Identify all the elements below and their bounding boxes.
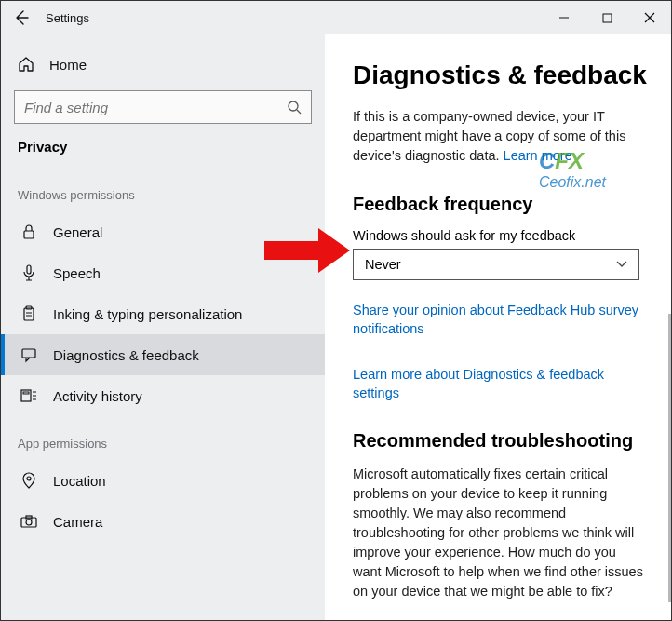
nav-label: Location bbox=[53, 473, 106, 489]
search-box[interactable] bbox=[14, 90, 312, 124]
nav-label: Diagnostics & feedback bbox=[53, 347, 199, 363]
minimize-icon bbox=[558, 12, 570, 23]
sidebar: Home Privacy Windows permissions General… bbox=[1, 34, 325, 620]
scrollbar[interactable] bbox=[668, 314, 671, 602]
microphone-icon bbox=[20, 263, 38, 282]
search-icon bbox=[287, 100, 302, 115]
dropdown-value: Never bbox=[365, 257, 401, 272]
svg-rect-6 bbox=[24, 308, 34, 320]
home-icon bbox=[18, 56, 34, 73]
location-icon bbox=[20, 471, 38, 490]
troubleshoot-heading: Recommended troubleshooting bbox=[353, 430, 647, 452]
nav-item-speech[interactable]: Speech bbox=[1, 252, 325, 293]
svg-point-2 bbox=[289, 101, 298, 111]
svg-rect-5 bbox=[27, 265, 31, 274]
nav-label: Inking & typing personalization bbox=[53, 306, 242, 322]
camera-icon bbox=[20, 512, 38, 531]
feedback-icon bbox=[20, 345, 38, 364]
minimize-button[interactable] bbox=[543, 1, 585, 34]
svg-rect-1 bbox=[603, 14, 612, 22]
feedback-frequency-heading: Feedback frequency bbox=[353, 194, 647, 215]
learn-more-settings-link[interactable]: Learn more about Diagnostics & feedback … bbox=[353, 365, 647, 403]
svg-line-3 bbox=[297, 110, 301, 114]
window-title: Settings bbox=[46, 11, 89, 25]
troubleshoot-text: Microsoft automatically fixes certain cr… bbox=[353, 465, 647, 601]
chevron-down-icon bbox=[616, 261, 627, 268]
maximize-button[interactable] bbox=[585, 1, 628, 34]
home-label: Home bbox=[49, 57, 87, 73]
feedback-label: Windows should ask for my feedback bbox=[353, 228, 647, 243]
home-nav[interactable]: Home bbox=[1, 44, 325, 85]
share-opinion-link[interactable]: Share your opinion about Feedback Hub su… bbox=[353, 301, 647, 339]
learn-more-link[interactable]: Learn more bbox=[504, 148, 572, 163]
arrow-left-icon bbox=[13, 9, 30, 26]
nav-item-diagnostics[interactable]: Diagnostics & feedback bbox=[1, 334, 325, 375]
search-input[interactable] bbox=[24, 100, 287, 115]
nav-item-inking[interactable]: Inking & typing personalization bbox=[1, 293, 325, 334]
svg-point-13 bbox=[27, 477, 31, 480]
svg-rect-10 bbox=[22, 349, 35, 358]
nav-label: Camera bbox=[53, 514, 102, 530]
svg-rect-4 bbox=[24, 231, 34, 238]
nav-item-general[interactable]: General bbox=[1, 211, 325, 252]
nav-item-camera[interactable]: Camera bbox=[1, 501, 325, 542]
nav-item-activity[interactable]: Activity history bbox=[1, 375, 325, 416]
page-title: Diagnostics & feedback bbox=[353, 61, 647, 90]
maximize-icon bbox=[602, 13, 612, 23]
back-button[interactable] bbox=[1, 1, 42, 34]
svg-rect-12 bbox=[23, 392, 29, 394]
activity-icon bbox=[20, 386, 38, 405]
main-container: Home Privacy Windows permissions General… bbox=[1, 34, 671, 620]
lock-icon bbox=[20, 223, 38, 241]
close-button[interactable] bbox=[628, 1, 671, 34]
nav-label: Speech bbox=[53, 265, 101, 281]
group-app-permissions: App permissions bbox=[1, 416, 325, 460]
window-controls bbox=[543, 1, 671, 34]
clipboard-icon bbox=[20, 304, 38, 323]
category-title: Privacy bbox=[1, 133, 325, 168]
nav-label: General bbox=[53, 224, 102, 240]
intro-paragraph: If this is a company-owned device, your … bbox=[353, 107, 647, 166]
group-windows-permissions: Windows permissions bbox=[1, 168, 325, 211]
nav-label: Activity history bbox=[53, 388, 142, 404]
nav-item-location[interactable]: Location bbox=[1, 460, 325, 501]
close-icon bbox=[644, 12, 655, 23]
intro-text: If this is a company-owned device, your … bbox=[353, 109, 625, 163]
feedback-dropdown[interactable]: Never bbox=[353, 249, 639, 280]
titlebar: Settings bbox=[1, 1, 671, 34]
svg-point-15 bbox=[26, 520, 32, 525]
content-pane: Diagnostics & feedback If this is a comp… bbox=[325, 34, 671, 620]
